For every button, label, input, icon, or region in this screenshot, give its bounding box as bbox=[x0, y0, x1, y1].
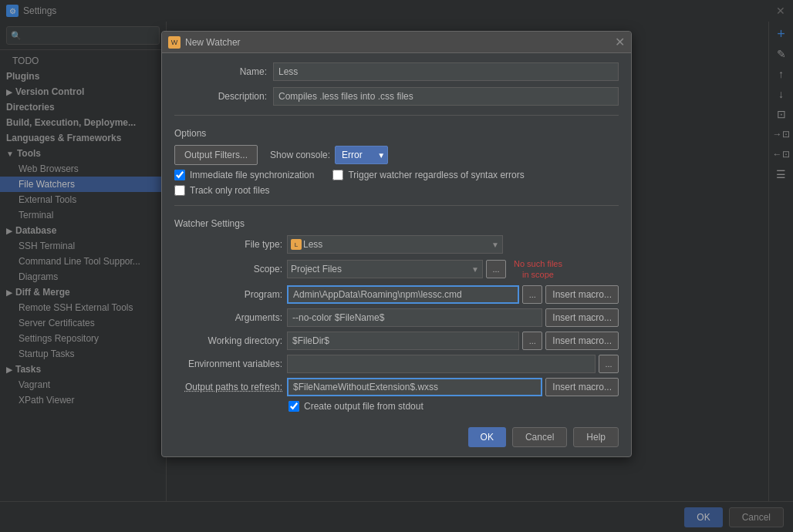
env-vars-label: Environment variables: bbox=[174, 359, 282, 369]
show-console-label: Show console: bbox=[270, 150, 330, 160]
track-root-checkbox[interactable] bbox=[174, 185, 185, 196]
dialog-watcher-icon: W bbox=[168, 36, 181, 49]
env-vars-wrap: ... bbox=[287, 355, 619, 373]
divider2 bbox=[174, 205, 619, 206]
file-type-label: File type: bbox=[174, 239, 282, 250]
output-paths-wrap: Insert macro... bbox=[287, 378, 619, 396]
arguments-insert-macro-button[interactable]: Insert macro... bbox=[545, 308, 619, 327]
output-paths-label: Output paths to refresh: bbox=[174, 382, 282, 392]
program-input[interactable] bbox=[287, 285, 519, 304]
file-type-icon: L bbox=[291, 239, 302, 250]
working-dir-insert-macro-button[interactable]: Insert macro... bbox=[545, 332, 619, 350]
program-insert-macro-button[interactable]: Insert macro... bbox=[545, 285, 619, 304]
description-label: Description: bbox=[174, 91, 267, 102]
dialog-overlay: W New Watcher ✕ Name: Description: bbox=[0, 0, 793, 532]
dialog-footer: OK Cancel Help bbox=[162, 421, 631, 456]
new-watcher-dialog: W New Watcher ✕ Name: Description: bbox=[161, 31, 632, 457]
options-header: Options bbox=[174, 128, 619, 139]
working-dir-input[interactable] bbox=[287, 332, 519, 350]
dialog-cancel-button[interactable]: Cancel bbox=[512, 427, 567, 447]
immediate-sync-label: Immediate file synchronization bbox=[190, 170, 314, 180]
scope-row: Scope: Project Files ▼ ... No such files… bbox=[174, 258, 619, 281]
output-paths-input[interactable] bbox=[287, 378, 542, 396]
env-vars-row: Environment variables: ... bbox=[174, 355, 619, 373]
watcher-settings-section: File type: L Less ▼ Sc bbox=[174, 235, 619, 412]
console-dropdown[interactable]: Error Always Never bbox=[335, 146, 388, 164]
file-type-select-wrap: L Less ▼ bbox=[287, 235, 503, 254]
scope-browse-button[interactable]: ... bbox=[486, 260, 506, 278]
dialog-ok-button[interactable]: OK bbox=[468, 427, 506, 447]
scope-select[interactable]: Project Files bbox=[288, 261, 482, 278]
arguments-label: Arguments: bbox=[174, 312, 282, 323]
create-output-label: Create output file from stdout bbox=[304, 401, 423, 412]
arguments-input-wrap: Insert macro... bbox=[287, 308, 619, 327]
program-row: Program: ... Insert macro... bbox=[174, 285, 619, 304]
console-dropdown-wrap: Error Always Never ▼ bbox=[335, 146, 388, 164]
description-row: Description: bbox=[174, 87, 619, 106]
description-input[interactable] bbox=[273, 87, 619, 106]
program-input-wrap: ... Insert macro... bbox=[287, 285, 619, 304]
file-type-select[interactable]: Less bbox=[288, 236, 502, 253]
track-root-row: Track only root files bbox=[174, 185, 619, 196]
program-label: Program: bbox=[174, 289, 282, 300]
dialog-body: Name: Description: Options Output Filter… bbox=[162, 53, 631, 421]
env-vars-browse-button[interactable]: ... bbox=[599, 355, 619, 373]
output-paths-insert-macro-button[interactable]: Insert macro... bbox=[545, 378, 619, 396]
immediate-sync-checkbox[interactable] bbox=[174, 170, 185, 180]
name-input[interactable] bbox=[273, 62, 619, 81]
output-filters-button[interactable]: Output Filters... bbox=[174, 145, 258, 165]
dialog-title-left: W New Watcher bbox=[168, 36, 241, 49]
immediate-sync-row: Immediate file synchronization bbox=[174, 170, 314, 180]
working-dir-label: Working directory: bbox=[174, 335, 282, 346]
trigger-watcher-checkbox[interactable] bbox=[332, 170, 343, 180]
working-dir-wrap: ... Insert macro... bbox=[287, 332, 619, 350]
dialog-titlebar: W New Watcher ✕ bbox=[162, 32, 631, 53]
program-browse-button[interactable]: ... bbox=[522, 285, 542, 304]
options-row1: Output Filters... Show console: Error Al… bbox=[174, 145, 619, 165]
scope-wrap: Project Files ▼ ... bbox=[287, 260, 506, 278]
working-dir-row: Working directory: ... Insert macro... bbox=[174, 332, 619, 350]
dialog-help-button[interactable]: Help bbox=[573, 427, 619, 447]
file-type-row: File type: L Less ▼ bbox=[174, 235, 619, 254]
no-such-files-text: No such filesin scope bbox=[514, 258, 562, 281]
watcher-settings-header: Watcher Settings bbox=[174, 218, 619, 229]
scope-label: Scope: bbox=[174, 264, 282, 274]
show-console-wrap: Show console: Error Always Never ▼ bbox=[270, 146, 388, 164]
arguments-input[interactable] bbox=[287, 308, 542, 327]
trigger-watcher-row: Trigger watcher regardless of syntax err… bbox=[332, 170, 524, 180]
trigger-watcher-label: Trigger watcher regardless of syntax err… bbox=[348, 170, 524, 180]
create-output-row: Create output file from stdout bbox=[174, 401, 619, 412]
output-paths-row: Output paths to refresh: Insert macro... bbox=[174, 378, 619, 396]
options-section: Output Filters... Show console: Error Al… bbox=[174, 145, 619, 196]
settings-window: ⚙ Settings ✕ 🔍 TODO Plugins ▶Version Con… bbox=[0, 0, 793, 532]
name-row: Name: bbox=[174, 62, 619, 81]
track-root-label: Track only root files bbox=[190, 185, 270, 196]
dialog-title: New Watcher bbox=[185, 37, 241, 48]
env-vars-input[interactable] bbox=[287, 355, 596, 373]
arguments-row: Arguments: Insert macro... bbox=[174, 308, 619, 327]
checkboxes-row: Immediate file synchronization Trigger w… bbox=[174, 170, 619, 180]
create-output-checkbox[interactable] bbox=[289, 401, 299, 412]
working-dir-browse-button[interactable]: ... bbox=[522, 332, 542, 350]
name-label: Name: bbox=[174, 66, 267, 77]
scope-select-wrap: Project Files ▼ bbox=[287, 260, 483, 278]
dialog-close-button[interactable]: ✕ bbox=[615, 36, 625, 49]
divider1 bbox=[174, 115, 619, 116]
